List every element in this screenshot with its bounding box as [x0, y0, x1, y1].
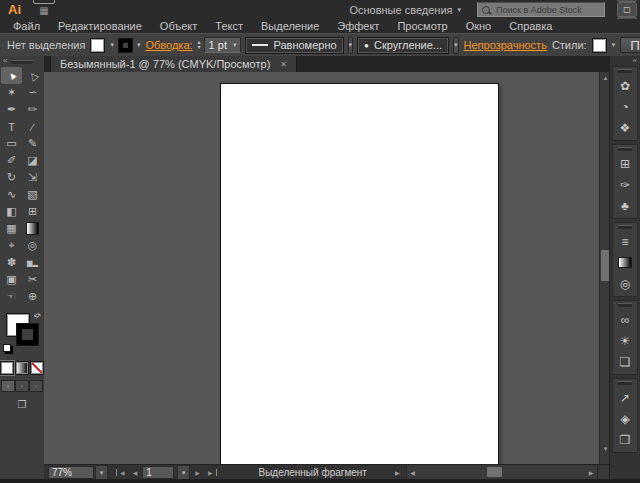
- canvas[interactable]: [44, 72, 599, 464]
- scroll-right-icon[interactable]: ▶: [585, 469, 597, 476]
- lasso-tool[interactable]: ∽: [22, 84, 43, 101]
- status-menu-icon[interactable]: ▶: [395, 469, 400, 476]
- cc-libraries-icon[interactable]: ∞: [613, 309, 637, 330]
- horizontal-scroll-thumb[interactable]: [487, 467, 502, 477]
- arrange-documents-icon[interactable]: ▦: [33, 4, 55, 17]
- pencil-tool[interactable]: ✐: [1, 152, 22, 169]
- stroke-icon[interactable]: ≡: [613, 231, 637, 252]
- menu-item-7[interactable]: Окно: [457, 20, 501, 32]
- layers-icon[interactable]: ◈: [613, 408, 637, 429]
- stroke-profile-select[interactable]: Равномерно: [246, 38, 342, 53]
- chevron-down-icon[interactable]: ▾: [137, 41, 141, 49]
- style-swatch[interactable]: [592, 38, 607, 53]
- menu-item-8[interactable]: Справка: [500, 20, 561, 32]
- appearance-icon[interactable]: ☀: [613, 330, 637, 351]
- fill-color-swatch[interactable]: [90, 38, 105, 53]
- opacity-link[interactable]: Непрозрачность: [464, 39, 547, 51]
- vertical-scroll-thumb[interactable]: [601, 250, 609, 281]
- panel-grip[interactable]: [618, 303, 632, 307]
- direct-selection-tool[interactable]: △: [22, 67, 43, 84]
- first-artboard-button[interactable]: ◀: [116, 469, 128, 476]
- stepper-down-icon[interactable]: ▾: [198, 45, 201, 50]
- maximize-button[interactable]: ▢: [617, 2, 637, 17]
- draw-inside-button[interactable]: ▫: [29, 380, 43, 392]
- color-button[interactable]: [0, 361, 14, 375]
- export-icon[interactable]: ↗: [613, 387, 637, 408]
- rectangle-tool[interactable]: ▭: [1, 135, 22, 152]
- expand-panels-chevron-icon[interactable]: «: [633, 56, 636, 65]
- stroke-width-stepper[interactable]: ▴ ▾: [198, 40, 201, 50]
- status-indicator[interactable]: Выделенный фрагмент: [259, 467, 367, 478]
- menu-item-5[interactable]: Эффект: [328, 20, 388, 32]
- color-icon[interactable]: ✿: [613, 75, 637, 96]
- panel-grip[interactable]: [618, 381, 632, 385]
- eraser-tool[interactable]: ◪: [22, 152, 43, 169]
- stock-search[interactable]: [477, 2, 605, 17]
- graphic-styles-icon[interactable]: ❏: [613, 351, 637, 372]
- artboard[interactable]: [220, 83, 499, 464]
- next-artboard-button[interactable]: ▶: [192, 469, 203, 476]
- mesh-tool[interactable]: ▦: [1, 220, 22, 237]
- scale-tool[interactable]: ⇲: [22, 169, 43, 186]
- default-fill-stroke-icon[interactable]: [3, 344, 11, 352]
- collapse-chevron-icon[interactable]: «: [3, 56, 6, 65]
- menu-item-2[interactable]: Объект: [151, 20, 206, 32]
- brush-definition-dropdown-button[interactable]: ▾: [453, 37, 459, 54]
- artboard-tool[interactable]: ▣: [1, 271, 22, 288]
- brush-definition-select[interactable]: ● Скругление...: [358, 38, 448, 53]
- panel-grip[interactable]: [618, 147, 632, 151]
- tab-close-icon[interactable]: ✕: [280, 60, 287, 69]
- screen-mode-button[interactable]: ❐: [0, 399, 44, 410]
- swap-fill-stroke-icon[interactable]: ⇆: [32, 310, 43, 321]
- menu-item-4[interactable]: Выделение: [252, 20, 328, 32]
- chevron-down-icon[interactable]: ▾: [612, 41, 616, 49]
- selection-tool[interactable]: ▲: [1, 67, 22, 84]
- swatches-icon[interactable]: ⊞: [613, 153, 637, 174]
- search-input[interactable]: [494, 4, 600, 16]
- symbols-icon[interactable]: ♣: [613, 195, 637, 216]
- menu-item-1[interactable]: Редактирование: [49, 20, 151, 32]
- chevron-down-icon[interactable]: ▾: [110, 41, 114, 49]
- eyedropper-tool[interactable]: ⌖: [1, 237, 22, 254]
- slice-tool[interactable]: ✂: [22, 271, 43, 288]
- stroke-width-field[interactable]: 1 pt ▾: [204, 37, 242, 53]
- gradient-tool[interactable]: [22, 220, 43, 237]
- artboard-number-field[interactable]: 1: [142, 466, 174, 479]
- paintbrush-tool[interactable]: ✎: [22, 135, 43, 152]
- horizontal-scrollbar[interactable]: ◀ ▶: [406, 465, 610, 480]
- chevron-down-icon[interactable]: ▾: [233, 38, 237, 52]
- brushes-icon[interactable]: ✑: [613, 174, 637, 195]
- stroke-profile-dropdown-button[interactable]: ▾: [348, 37, 354, 54]
- panel-grip[interactable]: [618, 69, 632, 73]
- draw-normal-button[interactable]: ▫: [1, 380, 15, 392]
- curvature-tool[interactable]: ✏: [22, 101, 43, 118]
- pen-tool[interactable]: ✒: [1, 101, 22, 118]
- perspective-grid-tool[interactable]: ⊞: [22, 203, 43, 220]
- zoom-tool[interactable]: ⊕: [22, 288, 43, 305]
- magic-wand-tool[interactable]: ✶: [1, 84, 22, 101]
- menu-item-3[interactable]: Текст: [206, 20, 252, 32]
- transparency-icon[interactable]: ◎: [613, 273, 637, 294]
- gradient-icon[interactable]: [613, 252, 637, 273]
- stroke-indicator[interactable]: [17, 324, 38, 345]
- shape-builder-tool[interactable]: ◧: [1, 203, 22, 220]
- panel-grip[interactable]: [11, 60, 33, 64]
- free-transform-tool[interactable]: ▧: [22, 186, 43, 203]
- document-setup-button[interactable]: Параметры документа: [620, 37, 640, 53]
- width-tool[interactable]: ∿: [1, 186, 22, 203]
- menu-item-6[interactable]: Просмотр: [388, 20, 456, 32]
- panel-grip[interactable]: [618, 225, 632, 229]
- column-graph-tool[interactable]: ▆▂: [22, 254, 43, 271]
- line-segment-tool[interactable]: ∕: [22, 118, 43, 135]
- stroke-color-swatch[interactable]: [119, 39, 132, 52]
- color-themes-icon[interactable]: ❖: [613, 117, 637, 138]
- scroll-left-icon[interactable]: ◀: [407, 469, 419, 476]
- previous-artboard-button[interactable]: ◀: [130, 469, 141, 476]
- rotate-tool[interactable]: ↻: [1, 169, 22, 186]
- draw-behind-button[interactable]: ▫: [15, 380, 29, 392]
- horizontal-scroll-track[interactable]: [419, 465, 585, 480]
- hand-tool[interactable]: ☜: [1, 288, 22, 305]
- zoom-field[interactable]: 77%: [48, 466, 94, 479]
- gradient-button[interactable]: [15, 361, 29, 375]
- zoom-dropdown-button[interactable]: ▾: [95, 465, 108, 480]
